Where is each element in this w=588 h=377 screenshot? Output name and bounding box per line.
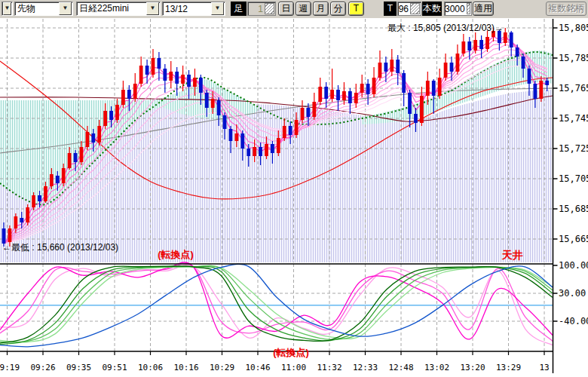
instrument-select[interactable]: 日経225mini ▼	[76, 2, 161, 16]
time-axis-label: 09:35	[66, 363, 91, 372]
price-axis-label: 15,685	[559, 204, 588, 214]
spinner-grip-icon[interactable]	[410, 3, 420, 14]
time-axis-label: 11:00	[281, 363, 306, 372]
time-axis-label: 12:33	[353, 363, 378, 372]
time-axis-label: 13:02	[424, 363, 449, 372]
mini-dropdown-button[interactable]: ▼	[2, 2, 13, 16]
time-axis-label: 10:29	[210, 363, 234, 372]
ceiling-annotation: 天井	[501, 249, 523, 261]
osc-axis-label: -40.00	[559, 316, 588, 326]
chevron-down-icon[interactable]: ▼	[59, 2, 72, 15]
instrument-value: 日経225mini	[77, 2, 145, 15]
period-month-button[interactable]: 月	[313, 2, 329, 16]
tick-label: T	[384, 2, 397, 16]
tick-size-stepper[interactable]: 96	[397, 2, 421, 16]
contract-month-select[interactable]: 13/12 ▼	[162, 2, 225, 16]
price-axis-label: 15,745	[559, 113, 588, 124]
spinner-grip-icon[interactable]	[467, 3, 470, 14]
instrument-type-value: 先物	[15, 2, 58, 15]
toolbar: ▼ 先物 ▼ 日経225mini ▼ 13/12 ▼ 足 1 日 週 月 分 T…	[0, 0, 588, 19]
min-price-annotation: ←最低 : 15,660 (2013/12/03)	[2, 242, 118, 253]
chevron-down-icon[interactable]: ▼	[211, 2, 224, 15]
period-day-button[interactable]: 日	[278, 2, 294, 16]
apply-button[interactable]: 適用	[473, 2, 494, 16]
time-axis-label: 10:16	[173, 363, 198, 372]
chevron-down-icon: ▼	[3, 2, 11, 15]
contract-month-value: 13/12	[163, 4, 210, 14]
instrument-type-select[interactable]: 先物 ▼	[14, 2, 73, 16]
osc-axis-label: 30.00	[559, 288, 586, 299]
time-axis-label: 11:32	[317, 363, 341, 372]
period-minute-button[interactable]: 分	[330, 2, 346, 16]
chart-application-window: { "toolbar": { "mini_dropdown": "▼", "in…	[0, 0, 588, 377]
turn-point-bottom-annotation: (転換点)	[273, 347, 309, 358]
time-axis-label: 13	[539, 363, 549, 372]
price-axis-label: 15,805	[559, 23, 588, 33]
chart-canvas[interactable]: 15,80515,78515,76515,74515,72515,70515,6…	[0, 18, 588, 377]
period-tick-button[interactable]: T	[348, 2, 364, 16]
period-week-button[interactable]: 週	[296, 2, 311, 16]
osc-axis-label: 100.00	[559, 260, 588, 271]
multi-symbol-button: 複数銘柄	[546, 2, 586, 16]
interval-value: 1	[248, 4, 265, 14]
spinner-grip-icon	[265, 3, 274, 14]
interval-stepper: 1	[247, 2, 276, 16]
time-axis-label: 12:48	[388, 363, 413, 372]
bars-count-stepper[interactable]: 3000	[444, 2, 472, 16]
price-axis-label: 15,765	[559, 83, 588, 93]
tick-size-value: 96	[398, 4, 410, 14]
turn-point-top-annotation: (転換点)	[158, 249, 194, 260]
price-axis-label: 15,665	[559, 234, 588, 244]
time-axis-label: 10:06	[138, 363, 163, 372]
time-axis-label: 10:46	[245, 363, 270, 372]
max-price-annotation: 最大 : 15,805 (2013/12/03)→	[387, 23, 504, 33]
price-axis-label: 15,785	[559, 53, 588, 63]
ashi-label: 足	[231, 2, 247, 16]
bars-count-value: 3000	[445, 4, 467, 14]
time-axis-label: 09:51	[102, 363, 127, 372]
time-axis-label: 13:20	[460, 363, 485, 372]
time-axis-label: 13:29	[496, 363, 521, 372]
price-axis-label: 15,705	[559, 173, 588, 184]
time-axis-label: 09:19	[0, 363, 20, 372]
price-axis-label: 15,725	[559, 143, 588, 154]
chevron-down-icon[interactable]: ▼	[146, 2, 159, 15]
time-axis-label: 09:26	[30, 363, 55, 372]
bars-label: 本数	[422, 2, 442, 16]
